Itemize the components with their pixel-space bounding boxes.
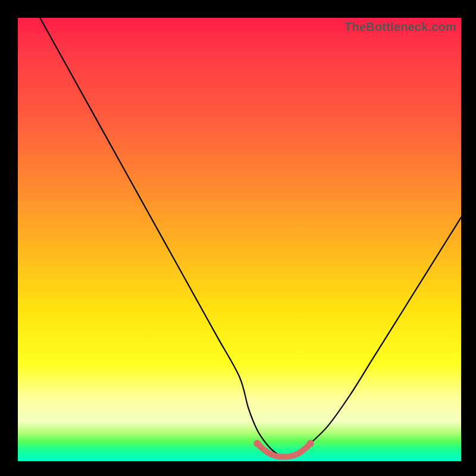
sweet-spot-end-dot [253,440,261,447]
main-curve-path [40,18,461,457]
sweet-spot-end-dot [307,440,314,447]
chart-svg [18,18,461,461]
sweet-spot-path [257,443,310,456]
chart-frame: TheBottleneck.com [0,0,476,476]
plot-area: TheBottleneck.com [18,18,461,461]
